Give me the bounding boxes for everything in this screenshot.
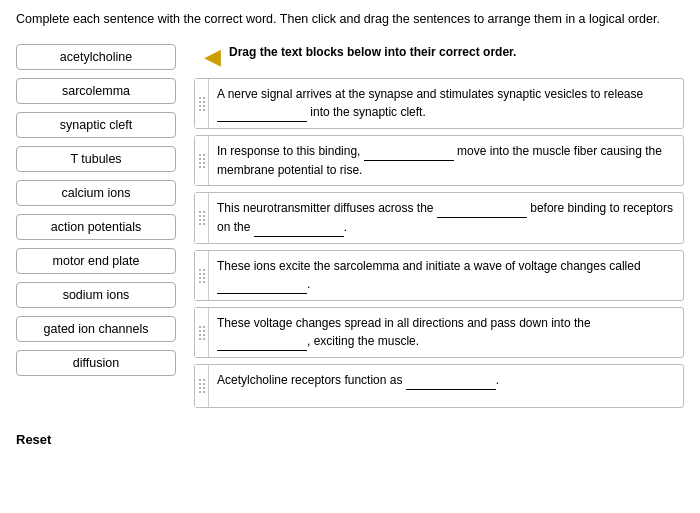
drag-dots-6 (199, 379, 205, 393)
blank-6a[interactable] (406, 371, 496, 390)
word-motor-end-plate[interactable]: motor end plate (16, 248, 176, 274)
sentence-6-text: Acetylcholine receptors function as . (209, 365, 683, 407)
sentence-block-6[interactable]: Acetylcholine receptors function as . (194, 364, 684, 408)
blank-2a[interactable] (364, 142, 454, 161)
word-bank: acetylcholine sarcolemma synaptic cleft … (16, 44, 176, 376)
sentence-4-text: These ions excite the sarcolemma and ini… (209, 251, 683, 300)
drag-handle-2[interactable] (195, 136, 209, 185)
sentence-block-3[interactable]: This neurotransmitter diffuses across th… (194, 192, 684, 244)
sentence-block-2[interactable]: In response to this binding, move into t… (194, 135, 684, 186)
word-action-potentials[interactable]: action potentials (16, 214, 176, 240)
blank-4a[interactable] (217, 275, 307, 294)
word-sarcolemma[interactable]: sarcolemma (16, 78, 176, 104)
drag-dots-5 (199, 326, 205, 340)
drag-handle-3[interactable] (195, 193, 209, 243)
drag-dots-1 (199, 97, 205, 111)
sentence-block-5[interactable]: These voltage changes spread in all dire… (194, 307, 684, 358)
sentence-block-4[interactable]: These ions excite the sarcolemma and ini… (194, 250, 684, 301)
word-t-tubules[interactable]: T tubules (16, 146, 176, 172)
word-gated-ion-channels[interactable]: gated ion channels (16, 316, 176, 342)
sentence-block-1[interactable]: A nerve signal arrives at the synapse an… (194, 78, 684, 129)
drag-handle-5[interactable] (195, 308, 209, 357)
sentence-1-text: A nerve signal arrives at the synapse an… (209, 79, 683, 128)
blank-5a[interactable] (217, 332, 307, 351)
word-sodium-ions[interactable]: sodium ions (16, 282, 176, 308)
blank-3b[interactable] (254, 218, 344, 237)
sentence-2-text: In response to this binding, move into t… (209, 136, 683, 185)
drag-dots-3 (199, 211, 205, 225)
sentence-5-text: These voltage changes spread in all dire… (209, 308, 683, 357)
drag-dots-2 (199, 154, 205, 168)
word-acetylcholine[interactable]: acetylcholine (16, 44, 176, 70)
sentence-3-text: This neurotransmitter diffuses across th… (209, 193, 683, 243)
word-calcium-ions[interactable]: calcium ions (16, 180, 176, 206)
drag-instruction-text: Drag the text blocks below into their co… (229, 44, 516, 61)
right-panel: ◀ Drag the text blocks below into their … (194, 44, 684, 414)
drag-dots-4 (199, 269, 205, 283)
main-layout: acetylcholine sarcolemma synaptic cleft … (16, 44, 684, 414)
drag-handle-6[interactable] (195, 365, 209, 407)
arrow-icon: ◀ (204, 46, 221, 68)
drag-handle-4[interactable] (195, 251, 209, 300)
drag-instruction: ◀ Drag the text blocks below into their … (204, 44, 684, 68)
word-diffusion[interactable]: diffusion (16, 350, 176, 376)
blank-1a[interactable] (217, 103, 307, 122)
reset-button[interactable]: Reset (16, 432, 51, 447)
instructions-text: Complete each sentence with the correct … (16, 12, 684, 26)
blank-3a[interactable] (437, 199, 527, 218)
drag-handle-1[interactable] (195, 79, 209, 128)
word-synaptic-cleft[interactable]: synaptic cleft (16, 112, 176, 138)
